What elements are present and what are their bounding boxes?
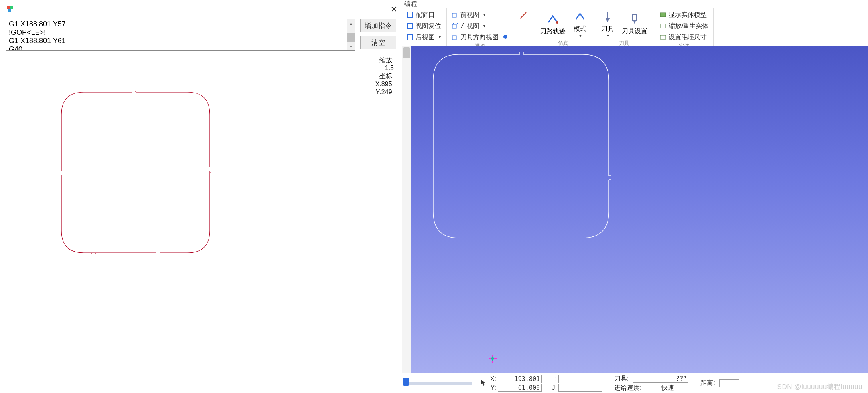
app-icon [6, 6, 15, 13]
coord-block-ij: I: J: [549, 375, 602, 392]
clear-button[interactable]: 清空 [360, 36, 396, 49]
coord-x: X:895. [375, 80, 394, 88]
line-tool-icon [519, 11, 528, 22]
svg-rect-5 [407, 34, 413, 40]
gcode-text: G1 X188.801 Y57 !GOP<LE>! G1 X188.801 Y6… [6, 19, 355, 51]
quick-label: 快速 [661, 384, 674, 392]
svg-rect-7 [452, 24, 456, 28]
scroll-thumb[interactable] [403, 47, 410, 58]
scroll-down-icon[interactable]: ▾ [347, 42, 355, 50]
left-view-button[interactable]: 左视图▼ [450, 21, 511, 31]
cube-icon [452, 34, 458, 40]
tool-config-button[interactable]: 刀具设置 [618, 10, 651, 40]
ribbon-group-views-2: 前视图▼ 左视图▼ 刀具方向视图 视图 [447, 8, 514, 46]
toolpath-icon [547, 14, 558, 26]
y-value: 61.000 [498, 384, 542, 392]
back-view-button[interactable]: 后视图▼ [405, 32, 443, 42]
j-label: J: [549, 384, 557, 391]
mode-icon [574, 11, 586, 24]
ribbon-group-sim: 刀路轨迹 模式 ▼ 仿真 [533, 8, 594, 46]
regen-entity-button[interactable]: 缩放/重生实体 [658, 21, 710, 31]
mode-button[interactable]: 模式 ▼ [570, 10, 590, 40]
preview-canvas-left[interactable]: 缩放: 1.5 坐标: X:895. Y:249. [6, 55, 396, 387]
scroll-up-icon[interactable]: ▴ [347, 19, 355, 27]
cube-icon [452, 23, 458, 29]
main-app: 编程 配窗口 视图复位 后视图▼ [402, 0, 868, 393]
gcode-dialog: ✕ G1 X188.801 Y57 !GOP<LE>! G1 X188.801 … [0, 0, 402, 393]
svg-rect-15 [660, 35, 666, 39]
window-title-suffix: 编程 [402, 0, 868, 8]
coord-y: Y:249. [375, 88, 394, 96]
ribbon: 配窗口 视图复位 后视图▼ 前视图▼ [402, 8, 868, 46]
entity-icon [660, 12, 666, 18]
speed-slider[interactable] [404, 382, 472, 385]
toolpath-shape-right [431, 52, 614, 248]
fit-window-button[interactable]: 配窗口 [405, 10, 443, 20]
dialog-titlebar: ✕ [0, 0, 402, 18]
x-label: X: [488, 375, 496, 383]
chevron-down-icon[interactable]: ▼ [606, 34, 610, 38]
i-value [558, 375, 602, 383]
fit-window-icon [407, 12, 413, 18]
svg-point-11 [556, 21, 558, 24]
cursor-icon [480, 379, 486, 388]
dialog-buttons: 增加指令 清空 [360, 19, 396, 51]
reset-view-button[interactable]: 视图复位 [405, 21, 443, 31]
scroll-thumb[interactable] [347, 33, 355, 42]
svg-rect-6 [452, 13, 456, 17]
chevron-down-icon[interactable]: ▼ [578, 34, 582, 38]
viewport-row [402, 46, 868, 373]
add-instruction-button[interactable]: 增加指令 [360, 19, 396, 32]
origin-marker-icon [489, 355, 496, 362]
tool-feed-block: 刀具: ??? 进给速度: 快速 [614, 375, 688, 392]
ribbon-group-line [514, 8, 533, 46]
tool-value: ??? [633, 375, 688, 383]
tool-icon [602, 11, 613, 24]
chevron-down-icon[interactable]: ▼ [438, 35, 442, 39]
ribbon-group-tool: 刀具 ▼ 刀具设置 刀具 [594, 8, 655, 46]
viewport-3d[interactable] [411, 46, 868, 373]
svg-rect-13 [660, 13, 666, 17]
dist-label: 距离: [700, 379, 715, 387]
gcode-textarea[interactable]: G1 X188.801 Y57 !GOP<LE>! G1 X188.801 Y6… [6, 19, 355, 51]
ribbon-group-entity: 显示实体模型 缩放/重生实体 设置毛坯尺寸 实体 [655, 8, 714, 46]
canvas-info: 缩放: 1.5 坐标: X:895. Y:249. [375, 56, 394, 96]
svg-rect-1 [10, 6, 13, 9]
front-view-button[interactable]: 前视图▼ [450, 10, 511, 20]
tool-label: 刀具: [614, 375, 629, 383]
regen-icon [660, 23, 666, 29]
j-value [558, 384, 602, 392]
vertical-scrollbar[interactable] [402, 46, 411, 373]
show-entity-button[interactable]: 显示实体模型 [658, 10, 710, 20]
tool-button[interactable]: 刀具 ▼ [597, 10, 618, 40]
i-label: I: [549, 375, 557, 383]
chevron-down-icon[interactable]: ▼ [483, 24, 486, 28]
toolpath-button[interactable]: 刀路轨迹 [536, 10, 570, 40]
chevron-down-icon[interactable]: ▼ [483, 13, 486, 17]
zoom-label: 缩放: [375, 56, 394, 64]
stock-size-button[interactable]: 设置毛坯尺寸 [658, 32, 710, 42]
coord-label: 坐标: [375, 72, 394, 80]
svg-rect-12 [633, 14, 637, 21]
svg-rect-2 [8, 9, 11, 12]
ribbon-group-views: 配窗口 视图复位 后视图▼ [402, 8, 447, 46]
tool-config-icon [629, 14, 640, 26]
feed-label: 进给速度: [614, 384, 641, 392]
dot-icon [503, 34, 509, 40]
x-value: 193.801 [498, 375, 542, 383]
status-bar: X: 193.801 Y: 61.000 I: J: 刀具: ??? [402, 373, 868, 393]
gcode-scrollbar[interactable]: ▴ ▾ [347, 19, 355, 50]
slider-thumb[interactable] [403, 378, 409, 386]
line-tool-button[interactable] [517, 11, 529, 22]
cube-icon [452, 12, 458, 18]
watermark: SDN @luuuuuu编程luuuuu [777, 382, 862, 391]
dist-value [719, 379, 739, 387]
tool-dir-view-button[interactable]: 刀具方向视图 [450, 32, 511, 42]
close-icon[interactable]: ✕ [386, 3, 402, 15]
dialog-top-row: G1 X188.801 Y57 !GOP<LE>! G1 X188.801 Y6… [6, 19, 396, 51]
svg-point-9 [503, 35, 507, 39]
y-label: Y: [488, 384, 496, 391]
svg-rect-3 [407, 12, 413, 18]
toolpath-shape-left [60, 91, 219, 258]
svg-rect-8 [452, 36, 456, 40]
